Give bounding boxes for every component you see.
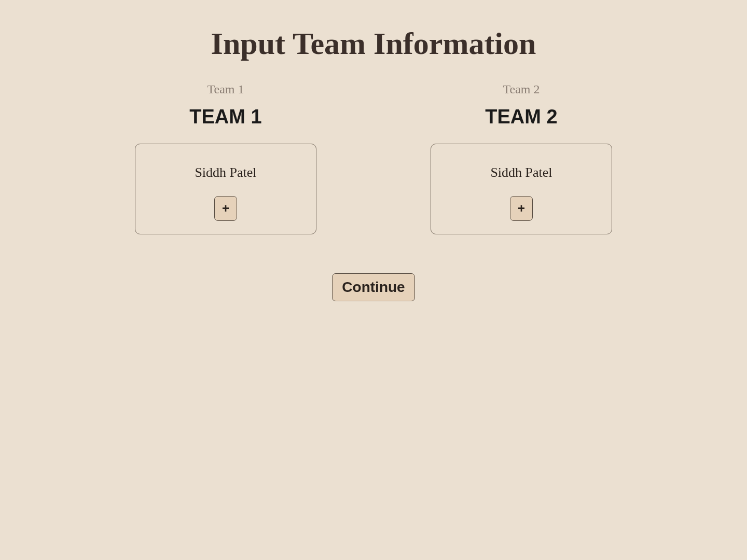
continue-button[interactable]: Continue (332, 273, 414, 301)
teams-wrapper: Team 1 Siddh Patel + Team 2 Siddh Patel … (0, 82, 747, 234)
team-2-name-input[interactable] (431, 106, 612, 128)
team-2-add-player-button[interactable]: + (510, 196, 533, 221)
team-1-player: Siddh Patel (195, 165, 256, 180)
team-1-column: Team 1 Siddh Patel + (135, 82, 316, 234)
team-1-name-input[interactable] (135, 106, 316, 128)
team-2-label: Team 2 (503, 82, 540, 96)
team-1-players-box: Siddh Patel + (135, 144, 316, 234)
page-title: Input Team Information (211, 26, 536, 62)
team-2-column: Team 2 Siddh Patel + (431, 82, 612, 234)
team-1-label: Team 1 (208, 82, 244, 96)
team-2-player: Siddh Patel (490, 165, 552, 180)
team-1-add-player-button[interactable]: + (214, 196, 237, 221)
team-2-players-box: Siddh Patel + (431, 144, 612, 234)
